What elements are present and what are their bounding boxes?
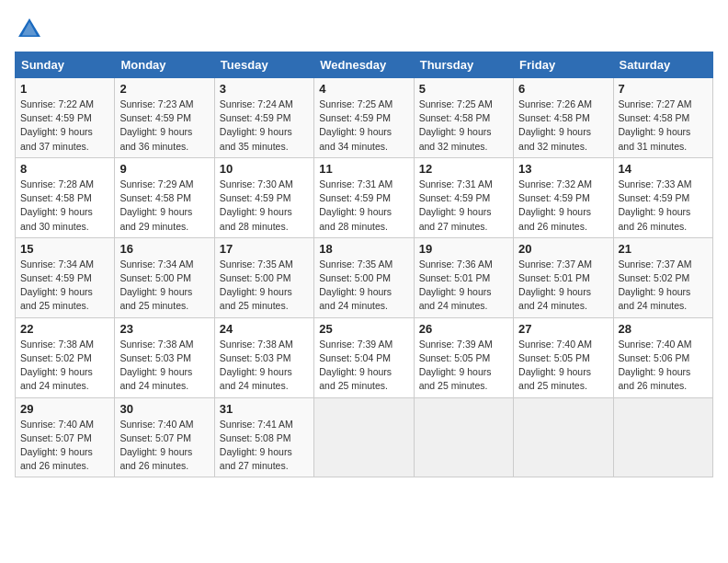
day-detail: Sunrise: 7:40 AMSunset: 5:07 PMDaylight:… [20,418,109,474]
day-detail: Sunrise: 7:34 AMSunset: 4:59 PMDaylight:… [20,258,109,314]
day-cell-20: 20 Sunrise: 7:37 AMSunset: 5:01 PMDaylig… [514,237,613,317]
day-detail: Sunrise: 7:39 AMSunset: 5:04 PMDaylight:… [319,338,408,394]
page-header [15,15,713,44]
day-cell-1: 1 Sunrise: 7:22 AMSunset: 4:59 PMDayligh… [16,78,115,158]
day-detail: Sunrise: 7:37 AMSunset: 5:02 PMDaylight:… [619,258,708,314]
day-detail: Sunrise: 7:26 AMSunset: 4:58 PMDaylight:… [518,98,608,154]
day-cell-12: 12 Sunrise: 7:31 AMSunset: 4:59 PMDaylig… [414,157,513,237]
header-cell-friday: Friday [514,52,613,78]
day-detail: Sunrise: 7:40 AMSunset: 5:07 PMDaylight:… [119,418,209,474]
header-row: SundayMondayTuesdayWednesdayThursdayFrid… [16,52,713,78]
day-detail: Sunrise: 7:25 AMSunset: 4:58 PMDaylight:… [419,98,508,154]
day-cell-4: 4 Sunrise: 7:25 AMSunset: 4:59 PMDayligh… [314,78,414,158]
day-cell-26: 26 Sunrise: 7:39 AMSunset: 5:05 PMDaylig… [414,317,513,397]
day-detail: Sunrise: 7:31 AMSunset: 4:59 PMDaylight:… [419,178,508,234]
week-row-3: 15 Sunrise: 7:34 AMSunset: 4:59 PMDaylig… [16,237,713,317]
header-cell-sunday: Sunday [16,52,115,78]
day-number: 13 [518,162,608,176]
day-detail: Sunrise: 7:37 AMSunset: 5:01 PMDaylight:… [518,258,608,314]
day-cell-11: 11 Sunrise: 7:31 AMSunset: 4:59 PMDaylig… [314,157,414,237]
day-number: 31 [220,402,309,416]
day-cell-15: 15 Sunrise: 7:34 AMSunset: 4:59 PMDaylig… [16,237,115,317]
day-cell-13: 13 Sunrise: 7:32 AMSunset: 4:59 PMDaylig… [514,157,613,237]
day-cell-18: 18 Sunrise: 7:35 AMSunset: 5:00 PMDaylig… [314,237,414,317]
day-cell-21: 21 Sunrise: 7:37 AMSunset: 5:02 PMDaylig… [613,237,712,317]
day-number: 10 [220,162,309,176]
empty-cell [514,397,613,477]
day-detail: Sunrise: 7:38 AMSunset: 5:03 PMDaylight:… [119,338,209,394]
day-detail: Sunrise: 7:40 AMSunset: 5:06 PMDaylight:… [619,338,708,394]
logo [15,15,48,44]
day-detail: Sunrise: 7:35 AMSunset: 5:00 PMDaylight:… [319,258,408,314]
day-number: 5 [419,82,508,96]
day-detail: Sunrise: 7:29 AMSunset: 4:58 PMDaylight:… [119,178,209,234]
day-detail: Sunrise: 7:32 AMSunset: 4:59 PMDaylight:… [518,178,608,234]
day-number: 3 [220,82,309,96]
day-detail: Sunrise: 7:25 AMSunset: 4:59 PMDaylight:… [319,98,408,154]
day-cell-24: 24 Sunrise: 7:38 AMSunset: 5:03 PMDaylig… [214,317,313,397]
day-number: 4 [319,82,408,96]
day-cell-3: 3 Sunrise: 7:24 AMSunset: 4:59 PMDayligh… [214,78,313,158]
day-detail: Sunrise: 7:23 AMSunset: 4:59 PMDaylight:… [119,98,209,154]
day-cell-22: 22 Sunrise: 7:38 AMSunset: 5:02 PMDaylig… [16,317,115,397]
day-number: 15 [20,242,109,256]
day-number: 11 [319,162,408,176]
day-number: 20 [518,242,608,256]
week-row-5: 29 Sunrise: 7:40 AMSunset: 5:07 PMDaylig… [16,397,713,477]
day-detail: Sunrise: 7:38 AMSunset: 5:02 PMDaylight:… [20,338,109,394]
day-cell-16: 16 Sunrise: 7:34 AMSunset: 5:00 PMDaylig… [115,237,214,317]
day-cell-5: 5 Sunrise: 7:25 AMSunset: 4:58 PMDayligh… [414,78,513,158]
day-cell-31: 31 Sunrise: 7:41 AMSunset: 5:08 PMDaylig… [214,397,313,477]
day-detail: Sunrise: 7:34 AMSunset: 5:00 PMDaylight:… [119,258,209,314]
day-cell-29: 29 Sunrise: 7:40 AMSunset: 5:07 PMDaylig… [16,397,115,477]
day-detail: Sunrise: 7:41 AMSunset: 5:08 PMDaylight:… [220,418,309,474]
day-cell-2: 2 Sunrise: 7:23 AMSunset: 4:59 PMDayligh… [115,78,214,158]
calendar-header: SundayMondayTuesdayWednesdayThursdayFrid… [16,52,713,78]
header-cell-monday: Monday [115,52,214,78]
week-row-4: 22 Sunrise: 7:38 AMSunset: 5:02 PMDaylig… [16,317,713,397]
day-detail: Sunrise: 7:27 AMSunset: 4:58 PMDaylight:… [619,98,708,154]
empty-cell [414,397,513,477]
day-cell-23: 23 Sunrise: 7:38 AMSunset: 5:03 PMDaylig… [115,317,214,397]
calendar-body: 1 Sunrise: 7:22 AMSunset: 4:59 PMDayligh… [16,78,713,477]
week-row-2: 8 Sunrise: 7:28 AMSunset: 4:58 PMDayligh… [16,157,713,237]
calendar-table: SundayMondayTuesdayWednesdayThursdayFrid… [15,52,713,477]
empty-cell [613,397,712,477]
day-number: 24 [220,322,309,336]
day-detail: Sunrise: 7:40 AMSunset: 5:05 PMDaylight:… [518,338,608,394]
day-detail: Sunrise: 7:24 AMSunset: 4:59 PMDaylight:… [220,98,309,154]
day-detail: Sunrise: 7:38 AMSunset: 5:03 PMDaylight:… [220,338,309,394]
day-cell-17: 17 Sunrise: 7:35 AMSunset: 5:00 PMDaylig… [214,237,313,317]
day-cell-9: 9 Sunrise: 7:29 AMSunset: 4:58 PMDayligh… [115,157,214,237]
day-number: 22 [20,322,109,336]
day-detail: Sunrise: 7:35 AMSunset: 5:00 PMDaylight:… [220,258,309,314]
day-number: 8 [20,162,109,176]
day-number: 6 [518,82,608,96]
day-cell-14: 14 Sunrise: 7:33 AMSunset: 4:59 PMDaylig… [613,157,712,237]
week-row-1: 1 Sunrise: 7:22 AMSunset: 4:59 PMDayligh… [16,78,713,158]
day-number: 7 [619,82,708,96]
day-cell-28: 28 Sunrise: 7:40 AMSunset: 5:06 PMDaylig… [613,317,712,397]
day-number: 1 [20,82,109,96]
header-cell-thursday: Thursday [414,52,513,78]
day-number: 2 [119,82,209,96]
day-number: 19 [419,242,508,256]
day-number: 9 [119,162,209,176]
day-detail: Sunrise: 7:39 AMSunset: 5:05 PMDaylight:… [419,338,508,394]
day-number: 26 [419,322,508,336]
header-cell-saturday: Saturday [613,52,712,78]
day-cell-25: 25 Sunrise: 7:39 AMSunset: 5:04 PMDaylig… [314,317,414,397]
day-number: 27 [518,322,608,336]
day-detail: Sunrise: 7:30 AMSunset: 4:59 PMDaylight:… [220,178,309,234]
day-cell-6: 6 Sunrise: 7:26 AMSunset: 4:58 PMDayligh… [514,78,613,158]
header-cell-wednesday: Wednesday [314,52,414,78]
day-number: 28 [619,322,708,336]
day-number: 21 [619,242,708,256]
day-cell-27: 27 Sunrise: 7:40 AMSunset: 5:05 PMDaylig… [514,317,613,397]
day-number: 25 [319,322,408,336]
logo-icon [15,15,44,44]
day-number: 30 [119,402,209,416]
day-number: 23 [119,322,209,336]
day-detail: Sunrise: 7:28 AMSunset: 4:58 PMDaylight:… [20,178,109,234]
day-cell-19: 19 Sunrise: 7:36 AMSunset: 5:01 PMDaylig… [414,237,513,317]
